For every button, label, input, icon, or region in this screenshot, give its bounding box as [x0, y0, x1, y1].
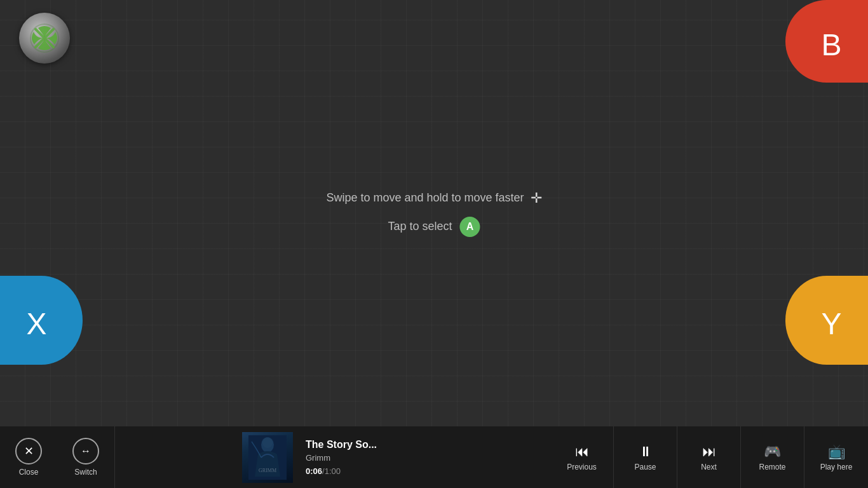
x-button-label: X	[26, 306, 46, 341]
swipe-text: Swipe to move and hold to move faster	[326, 191, 524, 205]
play-here-label: Play here	[820, 463, 853, 471]
touchpad-area[interactable]: B X Y Swipe to move and hold to move fas…	[0, 0, 868, 426]
play-here-button[interactable]: 📺 Play here	[804, 426, 868, 488]
total-time: 1:00	[325, 466, 341, 476]
pause-icon: ⏸	[639, 444, 653, 460]
previous-icon: ⏮	[575, 444, 589, 460]
close-icon: ✕	[15, 438, 42, 464]
swipe-instruction: Swipe to move and hold to move faster ✛	[326, 190, 541, 207]
y-button[interactable]: Y	[785, 276, 868, 365]
now-playing: GRIMM The Story So... Grimm 0:06/1:00	[242, 432, 550, 483]
svg-point-3	[262, 438, 273, 448]
current-time: 0:06	[306, 466, 322, 476]
track-time: 0:06/1:00	[306, 466, 538, 476]
previous-button[interactable]: ⏮ Previous	[550, 426, 614, 488]
switch-button[interactable]: ↔ Switch	[64, 438, 108, 477]
y-button-label: Y	[821, 306, 841, 341]
next-label: Next	[701, 463, 717, 471]
play-here-icon: 📺	[828, 444, 845, 460]
tap-text: Tap to select	[388, 220, 452, 233]
a-badge: A	[460, 217, 480, 237]
xbox-x-icon	[29, 23, 60, 53]
album-art: GRIMM	[242, 432, 293, 483]
bottom-bar: ✕ Close ↔ Switch GRIMM	[0, 426, 868, 488]
media-controls: ⏮ Previous ⏸ Pause ⏭ Next 🎮 Remote 📺 Pla…	[550, 426, 868, 488]
switch-icon: ↔	[72, 438, 99, 464]
svg-text:GRIMM: GRIMM	[259, 468, 276, 473]
remote-label: Remote	[759, 463, 785, 471]
grimm-artwork: GRIMM	[248, 435, 287, 480]
previous-label: Previous	[567, 463, 597, 471]
remote-button[interactable]: 🎮 Remote	[741, 426, 804, 488]
b-button-label: B	[821, 27, 841, 62]
track-info: The Story So... Grimm 0:06/1:00	[293, 439, 550, 476]
tap-instruction: Tap to select A	[326, 217, 541, 237]
next-icon: ⏭	[702, 444, 716, 460]
pause-button[interactable]: ⏸ Pause	[614, 426, 677, 488]
instructions-area: Swipe to move and hold to move faster ✛ …	[326, 190, 541, 237]
x-button[interactable]: X	[0, 276, 83, 365]
track-title: The Story So...	[306, 439, 538, 451]
xbox-logo	[19, 13, 70, 64]
remote-icon: 🎮	[764, 444, 781, 460]
move-icon: ✛	[531, 190, 542, 207]
pause-label: Pause	[634, 463, 656, 471]
b-button[interactable]: B	[785, 0, 868, 83]
close-label: Close	[19, 468, 39, 477]
switch-label: Switch	[74, 468, 97, 477]
close-switch-area: ✕ Close ↔ Switch	[0, 426, 115, 488]
close-button[interactable]: ✕ Close	[6, 438, 51, 477]
track-show: Grimm	[306, 453, 538, 463]
next-button[interactable]: ⏭ Next	[677, 426, 741, 488]
